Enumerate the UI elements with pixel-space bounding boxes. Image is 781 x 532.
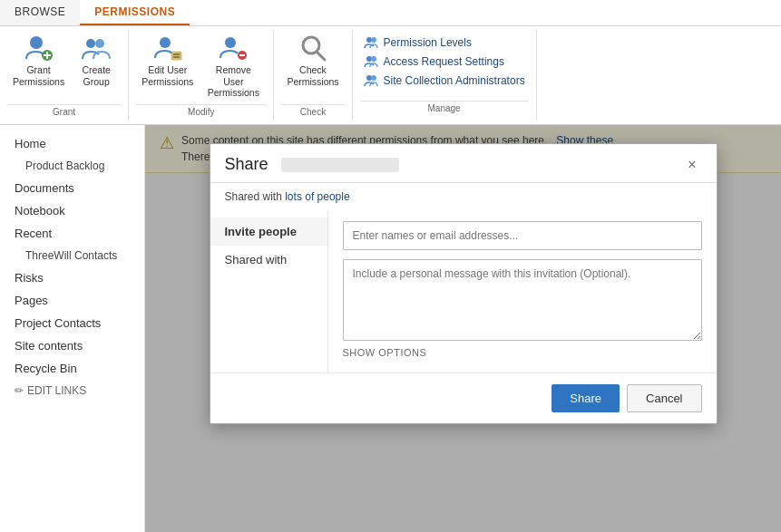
svg-rect-7 [171, 52, 181, 60]
main-content: ⚠ Some content on this site has differen… [145, 125, 781, 532]
permission-levels-label: Permission Levels [384, 36, 472, 49]
site-collection-administrators-icon [364, 73, 378, 88]
check-permissions-icon [298, 34, 327, 63]
check-group-label: Check [281, 104, 344, 121]
ribbon-tabs: BROWSE PERMISSIONS [0, 0, 781, 26]
svg-point-18 [371, 56, 376, 62]
sidebar-item-notebook[interactable]: Notebook [0, 199, 144, 222]
check-group-items: CheckPermissions [281, 30, 344, 102]
share-modal: Share × Shared with lots of people Invit… [210, 143, 718, 424]
manage-group-label: Manage [360, 101, 529, 117]
remove-user-permissions-button[interactable]: Remove UserPermissions [200, 30, 266, 102]
sidebar-item-site-contents[interactable]: Site contents [0, 334, 144, 357]
remove-user-permissions-label: Remove UserPermissions [206, 64, 260, 99]
svg-line-14 [317, 52, 325, 60]
access-request-settings-label: Access Request Settings [384, 55, 504, 68]
edit-user-permissions-icon [153, 34, 182, 63]
modal-title: Share [225, 155, 268, 174]
sidebar-edit-links[interactable]: ✏ EDIT LINKS [0, 380, 144, 401]
site-collection-administrators-item[interactable]: Site Collection Administrators [360, 72, 529, 90]
permission-levels-item[interactable]: Permission Levels [360, 34, 529, 52]
modal-form: SHOW OPTIONS [328, 210, 717, 372]
svg-point-16 [371, 37, 376, 43]
share-button[interactable]: Share [552, 384, 620, 412]
modal-body: Invite people Shared with SHOW OPTIONS [210, 210, 717, 372]
show-options-toggle[interactable]: SHOW OPTIONS [343, 343, 702, 362]
modal-title-area: Share [225, 155, 403, 174]
grant-group-items: GrantPermissions CreateGroup [7, 30, 121, 102]
modal-overlay: Share × Shared with lots of people Invit… [145, 125, 781, 532]
manage-group-items: Permission Levels Access Request Setting… [360, 34, 529, 99]
shared-with-link[interactable]: lots of people [285, 190, 349, 203]
check-permissions-button[interactable]: CheckPermissions [281, 30, 344, 102]
svg-point-4 [86, 39, 95, 48]
create-group-icon [82, 34, 111, 63]
tab-browse[interactable]: BROWSE [0, 0, 80, 25]
sidebar-item-threewill-contacts[interactable]: ThreeWill Contacts [0, 245, 144, 266]
ribbon-group-modify: Edit UserPermissions Remove UserPermissi… [129, 30, 274, 121]
sidebar-item-risks[interactable]: Risks [0, 266, 144, 289]
ribbon-content: GrantPermissions CreateGroup Grant [0, 26, 781, 124]
create-group-button[interactable]: CreateGroup [72, 30, 121, 102]
message-textarea[interactable] [343, 259, 702, 341]
sidebar-item-recent[interactable]: Recent [0, 222, 144, 245]
ribbon-group-grant: GrantPermissions CreateGroup Grant [0, 30, 129, 121]
permission-levels-icon [364, 35, 378, 50]
create-group-label: CreateGroup [82, 64, 111, 87]
modal-nav-invite-people[interactable]: Invite people [210, 218, 327, 246]
svg-point-5 [95, 39, 104, 48]
svg-point-0 [30, 36, 43, 49]
svg-point-6 [160, 37, 171, 48]
access-request-settings-icon [364, 54, 378, 69]
sidebar-item-pages[interactable]: Pages [0, 289, 144, 312]
sidebar-item-recycle-bin[interactable]: Recycle Bin [0, 357, 144, 380]
site-collection-administrators-label: Site Collection Administrators [384, 74, 525, 87]
modify-group-label: Modify [136, 104, 266, 121]
ribbon-group-check: CheckPermissions Check [274, 30, 352, 121]
sidebar-item-product-backlog[interactable]: Product Backlog [0, 155, 144, 177]
grant-permissions-icon [24, 34, 54, 63]
access-request-settings-item[interactable]: Access Request Settings [360, 53, 529, 71]
pencil-icon: ✏ [15, 384, 24, 397]
svg-point-20 [371, 75, 376, 81]
remove-user-permissions-icon [219, 34, 248, 63]
names-input[interactable] [343, 221, 702, 250]
shared-with-prefix: Shared with [225, 190, 286, 203]
sidebar-item-documents[interactable]: Documents [0, 177, 144, 199]
modal-subheader: Shared with lots of people [210, 183, 717, 210]
ribbon-group-manage: Permission Levels Access Request Setting… [353, 30, 537, 121]
edit-links-label: EDIT LINKS [27, 384, 86, 397]
close-button[interactable]: × [682, 155, 701, 175]
svg-point-10 [225, 37, 236, 48]
ribbon: BROWSE PERMISSIONS GrantPermiss [0, 0, 781, 125]
tab-permissions[interactable]: PERMISSIONS [80, 0, 190, 25]
modal-site-url-blurred [281, 158, 399, 172]
grant-permissions-button[interactable]: GrantPermissions [7, 30, 70, 102]
sidebar-item-home[interactable]: Home [0, 132, 144, 155]
check-permissions-label: CheckPermissions [287, 64, 338, 87]
page-layout: Home Product Backlog Documents Notebook … [0, 125, 781, 532]
cancel-button[interactable]: Cancel [627, 384, 701, 412]
modal-nav-shared-with[interactable]: Shared with [210, 246, 327, 274]
modify-group-items: Edit UserPermissions Remove UserPermissi… [136, 30, 266, 102]
modal-nav: Invite people Shared with [210, 210, 328, 372]
grant-group-label: Grant [7, 104, 121, 121]
edit-user-permissions-button[interactable]: Edit UserPermissions [136, 30, 199, 102]
sidebar-item-project-contacts[interactable]: Project Contacts [0, 312, 144, 334]
modal-header: Share × [210, 144, 717, 183]
grant-permissions-label: GrantPermissions [13, 64, 64, 87]
modal-footer: Share Cancel [210, 372, 717, 423]
edit-user-permissions-label: Edit UserPermissions [142, 64, 193, 87]
left-nav: Home Product Backlog Documents Notebook … [0, 125, 145, 532]
